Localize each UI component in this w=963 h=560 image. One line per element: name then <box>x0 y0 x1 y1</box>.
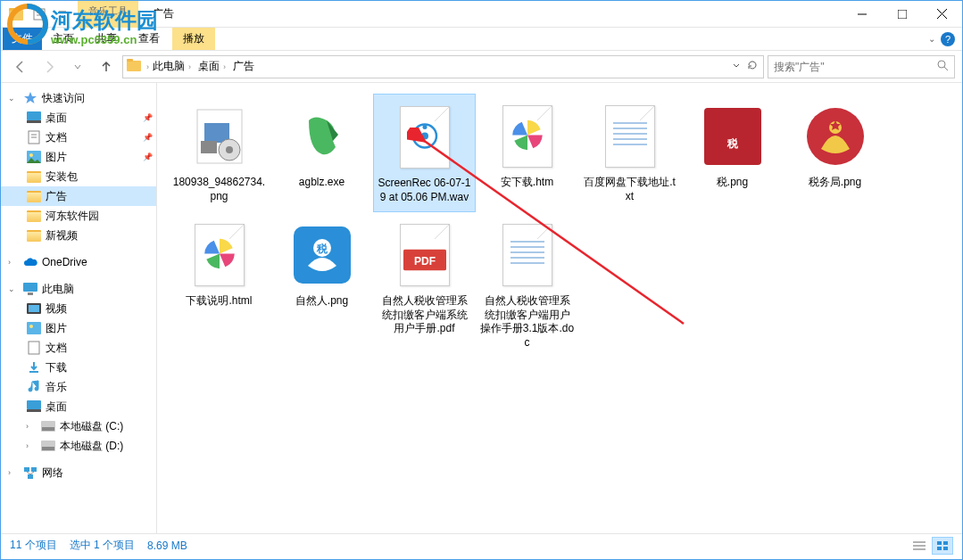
expand-icon[interactable]: ⌄ <box>8 284 19 293</box>
expand-icon[interactable]: › <box>26 422 37 431</box>
recent-dropdown-icon[interactable] <box>65 54 90 79</box>
help-icon[interactable]: ? <box>941 32 955 46</box>
window-controls <box>842 1 962 28</box>
ribbon-tab-view[interactable]: 查看 <box>128 28 170 50</box>
file-item[interactable]: PDF 自然人税收管理系统扣缴客户端系统用户手册.pdf <box>373 212 476 357</box>
sidebar-item-label: OneDrive <box>42 256 87 268</box>
search-input[interactable] <box>774 61 936 73</box>
sidebar-item-label: 河东软件园 <box>46 209 99 224</box>
file-name: 安下载.htm <box>501 176 553 190</box>
music-tools-label: 音乐工具 <box>88 4 128 18</box>
sidebar-item-drive-d[interactable]: ›本地磁盘 (D:) <box>1 436 156 456</box>
drive-icon <box>40 438 56 454</box>
expand-icon[interactable]: ⌄ <box>8 94 19 103</box>
file-item[interactable]: 税务局.png <box>784 94 886 212</box>
file-item-selected[interactable]: ScreenRec 06-07-19 at 05.06 PM.wav <box>373 94 476 212</box>
maximize-button[interactable] <box>882 1 922 28</box>
file-item[interactable]: 税 自然人.png <box>270 212 373 357</box>
search-icon[interactable] <box>936 59 949 74</box>
sidebar-item-install[interactable]: 安装包 <box>1 167 156 186</box>
properties-icon[interactable] <box>29 4 49 24</box>
network-icon <box>22 465 38 481</box>
sidebar-item-label: 视频 <box>46 301 67 317</box>
expand-icon[interactable]: › <box>8 258 19 267</box>
breadcrumb-label[interactable]: 广告 <box>233 59 254 74</box>
video-icon <box>26 301 42 317</box>
sidebar-item-documents2[interactable]: 文档 <box>1 338 156 358</box>
details-view-button[interactable] <box>909 537 930 555</box>
refresh-icon[interactable] <box>745 58 760 75</box>
search-box[interactable] <box>768 55 955 78</box>
documents-icon <box>26 129 42 145</box>
sidebar-item-label: 安装包 <box>46 169 78 185</box>
sidebar-item-downloads[interactable]: 下载 <box>1 358 156 377</box>
svg-point-27 <box>29 325 33 328</box>
ribbon-tab-home[interactable]: 主页 <box>42 28 85 50</box>
expand-icon[interactable]: › <box>8 468 19 477</box>
address-bar[interactable]: › 此电脑› 桌面› 广告 <box>122 55 764 78</box>
sidebar-item-videos[interactable]: 视频 <box>1 299 156 318</box>
icons-view-button[interactable] <box>932 537 953 555</box>
svg-rect-3 <box>9 8 15 11</box>
sidebar-item-pictures2[interactable]: 图片 <box>1 318 156 338</box>
expand-icon[interactable]: › <box>26 441 37 450</box>
sidebar-item-label: 文档 <box>46 341 67 356</box>
back-button[interactable] <box>8 54 33 79</box>
file-item[interactable]: 百度网盘下载地址.txt <box>578 94 681 212</box>
file-item[interactable]: 税 税.png <box>681 94 784 212</box>
ribbon-tab-play[interactable]: 播放 <box>172 28 215 50</box>
close-button[interactable] <box>922 1 962 28</box>
svg-text:PDF: PDF <box>414 254 436 267</box>
sidebar-quick-access[interactable]: ⌄ 快速访问 <box>1 88 156 108</box>
sidebar-item-ads[interactable]: 广告 <box>1 186 156 206</box>
sidebar-item-label: 桌面 <box>46 399 67 415</box>
qat-dropdown-icon[interactable] <box>53 4 72 24</box>
sidebar-item-label: 下载 <box>46 360 67 375</box>
file-name: ScreenRec 06-07-19 at 05.06 PM.wav <box>378 177 471 204</box>
sidebar-item-label: 图片 <box>46 321 67 336</box>
chevron-right-icon[interactable]: › <box>223 62 226 71</box>
breadcrumb-label[interactable]: 此电脑 <box>153 59 185 74</box>
file-item[interactable]: 180938_94862734.png <box>168 94 270 212</box>
forward-button[interactable] <box>37 54 62 79</box>
sidebar-item-desktop2[interactable]: 桌面 <box>1 397 156 416</box>
png-thumbnail-icon <box>800 101 871 172</box>
sidebar-thispc[interactable]: ⌄此电脑 <box>1 279 156 299</box>
address-dropdown-icon[interactable] <box>729 58 743 75</box>
main-area: ⌄ 快速访问 桌面📌 文档📌 图片📌 安装包 广告 河东软件园 新视频 ›One… <box>1 83 962 533</box>
ribbon-collapse-icon[interactable]: ⌄ <box>928 34 935 44</box>
sidebar-item-hedong[interactable]: 河东软件园 <box>1 206 156 226</box>
file-item[interactable]: 自然人税收管理系统扣缴客户端用户操作手册3.1版本.doc <box>476 212 578 357</box>
svg-rect-12 <box>127 59 133 62</box>
file-item[interactable]: agblz.exe <box>270 94 373 212</box>
sidebar-item-pictures[interactable]: 图片📌 <box>1 147 156 167</box>
ribbon-tab-share[interactable]: 共享 <box>85 28 128 50</box>
file-name: 180938_94862734.png <box>171 176 267 203</box>
up-button[interactable] <box>94 54 119 79</box>
sidebar-item-label: 此电脑 <box>42 282 74 297</box>
monitor-icon <box>22 281 38 297</box>
file-view[interactable]: 180938_94862734.png agblz.exe ScreenRec … <box>157 83 962 533</box>
svg-text:税: 税 <box>726 137 739 150</box>
sidebar-item-label: 广告 <box>46 189 67 204</box>
sidebar-item-label: 新视频 <box>46 228 78 243</box>
sidebar-network[interactable]: ›网络 <box>1 463 156 482</box>
sidebar-item-newvideo[interactable]: 新视频 <box>1 226 156 245</box>
sidebar-onedrive[interactable]: ›OneDrive <box>1 252 156 272</box>
breadcrumb-label[interactable]: 桌面 <box>198 59 220 74</box>
folder-icon <box>26 169 42 185</box>
htm-icon <box>492 101 563 172</box>
file-menu[interactable]: 文件 <box>3 28 42 50</box>
file-item[interactable]: 下载说明.html <box>168 212 270 357</box>
sidebar-item-documents[interactable]: 文档📌 <box>1 128 156 147</box>
minimize-button[interactable] <box>842 1 882 28</box>
sidebar-item-desktop[interactable]: 桌面📌 <box>1 108 156 128</box>
music-tools-context-tab: 音乐工具 <box>78 1 138 28</box>
sidebar-item-drive-c[interactable]: ›本地磁盘 (C:) <box>1 416 156 436</box>
sidebar-item-music[interactable]: 音乐 <box>1 377 156 397</box>
chevron-right-icon[interactable]: › <box>188 62 191 71</box>
svg-rect-48 <box>704 108 761 165</box>
file-item[interactable]: 安下载.htm <box>476 94 578 212</box>
svg-point-43 <box>226 146 233 153</box>
svg-rect-34 <box>42 447 54 450</box>
